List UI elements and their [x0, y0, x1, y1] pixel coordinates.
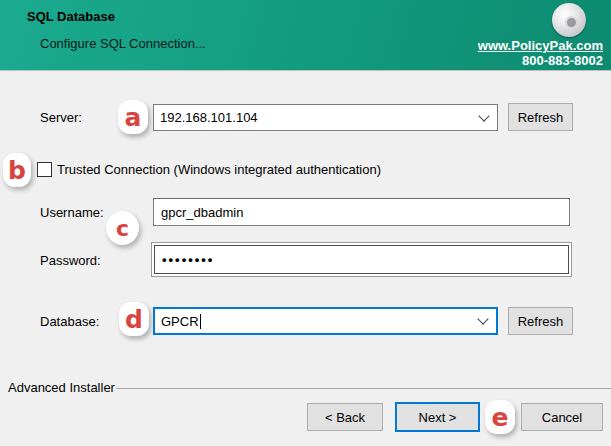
back-button[interactable]: < Back: [307, 403, 383, 431]
database-combobox[interactable]: GPCR: [153, 307, 498, 335]
cd-disc-icon: [552, 3, 586, 37]
next-button[interactable]: Next >: [395, 402, 480, 432]
policypak-website-link[interactable]: www.PolicyPak.com: [478, 38, 603, 53]
annotation-c-badge: c: [106, 211, 139, 245]
server-label: Server:: [40, 110, 82, 125]
database-value: GPCR: [161, 314, 199, 329]
server-combobox[interactable]: 192.168.101.104: [153, 104, 498, 131]
advanced-installer-branding: Advanced Installer: [8, 380, 115, 395]
sql-database-dialog: SQL Database Configure SQL Connection...…: [0, 0, 611, 446]
annotation-b-badge: b: [3, 153, 31, 187]
trusted-connection-label[interactable]: Trusted Connection (Windows integrated a…: [57, 162, 381, 177]
annotation-d-badge: d: [119, 302, 149, 336]
database-refresh-button[interactable]: Refresh: [508, 307, 573, 335]
dialog-header: SQL Database Configure SQL Connection...…: [0, 0, 611, 71]
chevron-down-icon[interactable]: [478, 110, 489, 121]
cancel-button[interactable]: Cancel: [521, 403, 603, 431]
dialog-title: SQL Database: [27, 9, 115, 24]
username-input[interactable]: gpcr_dbadmin: [153, 198, 570, 226]
server-value: 192.168.101.104: [160, 110, 258, 125]
database-label: Database:: [40, 314, 99, 329]
trusted-connection-checkbox[interactable]: [37, 162, 52, 177]
password-label: Password:: [40, 253, 101, 268]
footer-divider: [116, 388, 611, 389]
username-value: gpcr_dbadmin: [161, 205, 243, 220]
annotation-e-badge: e: [485, 400, 515, 434]
username-label: Username:: [40, 205, 104, 220]
password-input[interactable]: ••••••••: [151, 242, 572, 277]
annotation-a-badge: a: [118, 100, 148, 134]
server-refresh-button[interactable]: Refresh: [508, 103, 573, 131]
chevron-down-icon[interactable]: [477, 313, 488, 324]
support-phone-number: 800-883-8002: [522, 53, 603, 68]
password-masked-value: ••••••••: [154, 245, 569, 274]
text-cursor: [200, 314, 201, 329]
dialog-subtitle: Configure SQL Connection...: [40, 36, 206, 51]
